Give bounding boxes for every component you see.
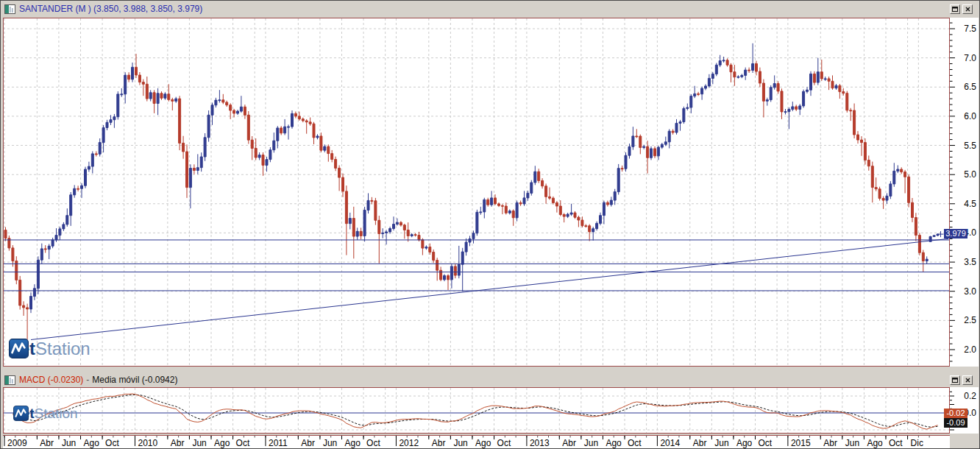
- macd-value-tag: -0.02: [944, 409, 967, 418]
- svg-text:2015: 2015: [791, 438, 811, 448]
- svg-text:Oct: Oct: [497, 438, 511, 448]
- macd-panel-titlebar[interactable]: MACD (-0.0230) - Media móvil (-0.0942): [1, 372, 979, 387]
- svg-text:Jun: Jun: [192, 438, 206, 448]
- svg-text:5.0: 5.0: [964, 169, 976, 180]
- support-resistance-lines: [3, 240, 950, 291]
- price-chart-canvas: [3, 18, 950, 367]
- svg-text:Jun: Jun: [845, 438, 859, 448]
- window-buttons: [950, 375, 977, 385]
- chart-icon: [4, 4, 15, 14]
- netstation-window: SANTANDER (M ) (3.850, 3.988, 3.850, 3.9…: [0, 0, 980, 449]
- svg-text:6.0: 6.0: [964, 111, 976, 121]
- svg-text:Abr: Abr: [823, 438, 837, 448]
- svg-text:2014: 2014: [660, 438, 680, 448]
- trendline: [31, 238, 948, 339]
- svg-text:Ago: Ago: [344, 438, 361, 448]
- svg-text:Oct: Oct: [366, 438, 380, 448]
- macd-title: MACD (-0.0230): [19, 375, 83, 385]
- svg-text:Ago: Ago: [867, 438, 883, 448]
- svg-text:2011: 2011: [269, 438, 288, 448]
- last-price-tag: 3.979: [944, 229, 967, 238]
- svg-text:Abr: Abr: [693, 438, 707, 448]
- svg-text:Jun: Jun: [62, 438, 76, 448]
- svg-text:4.5: 4.5: [964, 199, 976, 209]
- svg-text:Abr: Abr: [171, 438, 185, 448]
- svg-text:Jun: Jun: [323, 438, 337, 448]
- close-button[interactable]: [962, 4, 973, 14]
- price-panel-titlebar[interactable]: SANTANDER (M ) (3.850, 3.988, 3.850, 3.9…: [1, 1, 979, 16]
- svg-text:2010: 2010: [138, 438, 157, 448]
- svg-text:Jun: Jun: [714, 438, 728, 448]
- svg-text:2009: 2009: [7, 438, 27, 448]
- plot-border: [4, 388, 950, 434]
- svg-text:2.0: 2.0: [964, 344, 976, 355]
- time-axis[interactable]: 2009AbrJunAgoOct2010AbrJunAgoOct2011AbrJ…: [3, 435, 950, 449]
- plot-border: [4, 18, 950, 367]
- maximize-button[interactable]: [950, 375, 960, 385]
- up-candle-wicks: [31, 43, 938, 313]
- svg-text:Jun: Jun: [584, 438, 598, 448]
- maximize-button[interactable]: [950, 4, 960, 14]
- svg-text:Oct: Oct: [236, 438, 250, 448]
- svg-text:7.0: 7.0: [964, 53, 976, 63]
- macd-line: [13, 394, 937, 429]
- svg-text:Oct: Oct: [105, 438, 119, 448]
- svg-text:6.5: 6.5: [964, 82, 976, 92]
- svg-text:Ago: Ago: [475, 438, 491, 448]
- svg-text:2.5: 2.5: [964, 315, 976, 325]
- macd-gridlines: [3, 388, 950, 433]
- time-axis-canvas: 2009AbrJunAgoOct2010AbrJunAgoOct2011AbrJ…: [3, 436, 950, 449]
- price-chart[interactable]: netStation: [3, 18, 950, 367]
- svg-text:Ago: Ago: [84, 438, 100, 448]
- macd-chart-canvas: [3, 387, 950, 434]
- svg-text:Jun: Jun: [453, 438, 467, 448]
- svg-text:0.2: 0.2: [964, 391, 976, 401]
- signal-line: [13, 395, 937, 427]
- svg-text:2012: 2012: [399, 438, 419, 448]
- svg-text:7.5: 7.5: [964, 24, 976, 34]
- signal-value-tag: -0.09: [944, 418, 967, 428]
- signal-title: Media móvil (-0.0942): [92, 375, 177, 385]
- svg-text:Abr: Abr: [301, 438, 315, 448]
- close-button[interactable]: [962, 375, 973, 385]
- svg-text:2013: 2013: [530, 438, 550, 448]
- svg-text:Ago: Ago: [606, 438, 622, 448]
- svg-text:Abr: Abr: [562, 438, 576, 448]
- window-buttons: [950, 4, 977, 14]
- svg-text:Abr: Abr: [432, 438, 446, 448]
- last-price-marker: [938, 231, 944, 237]
- price-gridlines: [3, 18, 950, 366]
- macd-title-separator: -: [86, 375, 89, 385]
- macd-chart[interactable]: netStation: [3, 387, 950, 434]
- svg-text:3.0: 3.0: [964, 286, 976, 297]
- price-axis[interactable]: 7.57.06.56.05.55.04.54.03.53.02.52.0 3.9…: [950, 18, 979, 367]
- svg-text:Oct: Oct: [759, 438, 773, 448]
- svg-text:5.5: 5.5: [964, 141, 976, 151]
- svg-text:Oct: Oct: [628, 438, 642, 448]
- svg-text:Abr: Abr: [40, 438, 54, 448]
- svg-text:Oct: Oct: [889, 438, 903, 448]
- svg-text:3.5: 3.5: [964, 257, 976, 267]
- price-axis-canvas: 7.57.06.56.05.55.04.54.03.53.02.52.0: [950, 18, 979, 367]
- svg-text:Dic: Dic: [911, 438, 923, 448]
- svg-text:Ago: Ago: [214, 438, 230, 448]
- macd-axis[interactable]: 0.20.0 -0.02 -0.09: [950, 387, 979, 434]
- chart-icon: [4, 375, 15, 385]
- price-panel-title: SANTANDER (M ) (3.850, 3.988, 3.850, 3.9…: [19, 4, 202, 14]
- svg-text:Ago: Ago: [736, 438, 753, 448]
- candlesticks: [4, 43, 939, 340]
- down-candle-wicks: [6, 54, 923, 339]
